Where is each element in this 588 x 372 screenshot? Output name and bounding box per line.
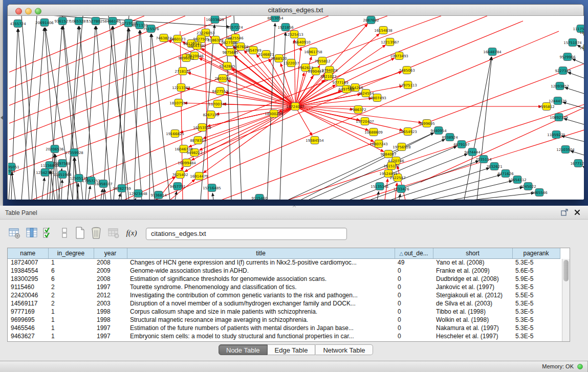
table-cell[interactable]: Disruption of a novel member of a sodium… xyxy=(127,299,395,308)
table-cell[interactable]: Nakamura et al. (1997) xyxy=(433,324,512,332)
table-cell[interactable]: Genome-wide association studies in ADHD. xyxy=(127,267,395,275)
vertical-scrollbar[interactable] xyxy=(562,259,570,341)
table-cell[interactable]: 0 xyxy=(395,324,433,332)
column-header-short[interactable]: short xyxy=(433,248,512,258)
table-cell[interactable]: Estimation of the future numbers of pati… xyxy=(127,324,395,332)
column-header-pagerank[interactable]: pagerank xyxy=(512,248,560,258)
column-header-year[interactable]: year xyxy=(94,248,127,258)
table-cell[interactable]: Tibbo et al. (1998) xyxy=(433,308,512,316)
table-cell[interactable]: Jankovic et al. (1997) xyxy=(433,283,512,291)
select-columns-button[interactable] xyxy=(25,226,39,240)
table-cell[interactable]: Hescheler et al. (1997) xyxy=(433,332,512,340)
table-cell[interactable]: 5.3E-5 xyxy=(512,299,560,308)
network-canvas[interactable]: 1872400718300295193845547463822886012389… xyxy=(8,16,584,200)
table-cell[interactable]: 5.3E-5 xyxy=(512,283,560,291)
table-cell[interactable]: 1997 xyxy=(94,324,127,332)
new-column-button[interactable] xyxy=(73,226,87,240)
table-cell[interactable]: 5.6E-5 xyxy=(512,267,560,275)
table-cell[interactable]: 9115460 xyxy=(8,283,48,291)
table-cell[interactable]: 0 xyxy=(395,275,433,283)
table-row[interactable]: 1830029562008Estimation of significance … xyxy=(8,275,560,283)
table-cell[interactable]: 6 xyxy=(48,267,94,275)
delete-table-button[interactable] xyxy=(106,226,121,240)
table-cell[interactable]: 14569117 xyxy=(8,299,48,308)
function-builder-button[interactable]: f(x) xyxy=(124,226,139,240)
table-cell[interactable]: 2008 xyxy=(94,275,127,283)
table-cell[interactable]: 9465546 xyxy=(8,324,48,332)
table-cell[interactable]: Stergiakouli et al. (2012) xyxy=(433,291,512,299)
table-cell[interactable]: 5.9E-5 xyxy=(512,275,560,283)
table-cell[interactable]: 2008 xyxy=(94,258,127,267)
table-cell[interactable]: Yano et al. (2008) xyxy=(433,258,512,267)
table-row[interactable]: 969969511998Structural magnetic resonanc… xyxy=(8,316,560,324)
table-cell[interactable]: 0 xyxy=(395,267,433,275)
table-cell[interactable]: Franke et al. (2009) xyxy=(433,267,512,275)
table-cell[interactable]: 5.3E-5 xyxy=(512,324,560,332)
table-cell[interactable]: 1998 xyxy=(94,316,127,324)
delete-column-button[interactable] xyxy=(89,226,103,240)
column-header-title[interactable]: title xyxy=(127,248,395,258)
table-cell[interactable]: 22420046 xyxy=(8,291,48,299)
table-cell[interactable]: Embryonic stem cells: a model to study s… xyxy=(127,332,395,340)
table-row[interactable]: 946362711997Embryonic stem cells: a mode… xyxy=(8,332,560,340)
tab-edge-table[interactable]: Edge Table xyxy=(268,344,316,355)
table-cell[interactable]: 5.3E-5 xyxy=(512,316,560,324)
table-cell[interactable]: 5.3E-5 xyxy=(512,258,560,267)
table-cell[interactable]: 0 xyxy=(395,332,433,340)
window-titlebar[interactable]: citations_edges.txt xyxy=(8,5,583,16)
table-cell[interactable]: Estimation of significance thresholds fo… xyxy=(127,275,395,283)
close-panel-icon[interactable] xyxy=(574,209,581,216)
table-cell[interactable]: 18724007 xyxy=(8,258,48,267)
table-row[interactable]: 911546021997Tourette syndrome. Phenomeno… xyxy=(8,283,560,291)
table-cell[interactable]: 2009 xyxy=(94,267,127,275)
tab-node-table[interactable]: Node Table xyxy=(219,344,268,355)
table-cell[interactable]: 9699695 xyxy=(8,316,48,324)
table-cell[interactable]: 1 xyxy=(48,258,94,267)
table-cell[interactable]: 1 xyxy=(48,316,94,324)
node-attribute-table[interactable]: name in_degree year title △out_de... sho… xyxy=(7,248,570,342)
table-cell[interactable]: Wolkin et al. (1998) xyxy=(433,316,512,324)
table-cell[interactable]: 49 xyxy=(395,258,433,267)
table-settings-button[interactable] xyxy=(7,226,21,240)
table-cell[interactable]: 1997 xyxy=(94,332,127,340)
table-cell[interactable]: Changes of HCN gene expression and I(f) … xyxy=(127,258,395,267)
select-all-rows-button[interactable] xyxy=(41,226,55,240)
table-cell[interactable]: Structural magnetic resonance image aver… xyxy=(127,316,395,324)
table-cell[interactable]: Tourette syndrome. Phenomenology and cla… xyxy=(127,283,395,291)
scrollbar-thumb[interactable] xyxy=(563,260,569,281)
table-row[interactable]: 946554611997Estimation of the future num… xyxy=(8,324,560,332)
table-cell[interactable]: 6 xyxy=(48,275,94,283)
table-cell[interactable]: 19384554 xyxy=(8,267,48,275)
left-splitter-strip[interactable] xyxy=(0,0,3,206)
table-row[interactable]: 977716911998Corpus callosum shape and si… xyxy=(8,308,560,316)
table-cell[interactable]: 1 xyxy=(48,308,94,316)
splitter-collapse-icon[interactable] xyxy=(1,116,3,120)
float-panel-icon[interactable] xyxy=(561,209,569,216)
table-cell[interactable]: Corpus callosum shape and size in male p… xyxy=(127,308,395,316)
table-cell[interactable]: 1 xyxy=(48,324,94,332)
table-cell[interactable]: 0 xyxy=(395,283,433,291)
table-cell[interactable]: 2012 xyxy=(94,291,127,299)
table-cell[interactable]: 2 xyxy=(48,283,94,291)
table-cell[interactable]: 5.3E-5 xyxy=(512,308,560,316)
table-cell[interactable]: 1 xyxy=(48,332,94,340)
table-cell[interactable]: 1997 xyxy=(94,283,127,291)
table-cell[interactable]: 2003 xyxy=(94,299,127,308)
unselect-rows-button[interactable] xyxy=(57,226,72,240)
table-row[interactable]: 2242004622012Investigating the contribut… xyxy=(8,291,560,299)
network-view-window[interactable]: citations_edges.txt 18724007183002951938… xyxy=(7,4,584,200)
table-selector-combobox[interactable]: citations_edges.txt xyxy=(146,228,347,240)
column-header-in-degree[interactable]: in_degree xyxy=(48,248,94,258)
table-row[interactable]: 1872400712008Changes of HCN gene express… xyxy=(8,258,560,267)
table-cell[interactable]: 0 xyxy=(395,299,433,308)
table-cell[interactable]: Dudbridge et al. (2008) xyxy=(433,275,512,283)
table-cell[interactable]: 2 xyxy=(48,299,94,308)
table-cell[interactable]: 9463627 xyxy=(8,332,48,340)
table-row[interactable]: 1456911722003Disruption of a novel membe… xyxy=(8,299,560,308)
tab-network-table[interactable]: Network Table xyxy=(315,344,373,355)
column-header-out-degree[interactable]: △out_de... xyxy=(395,248,433,258)
table-panel-header[interactable]: Table Panel xyxy=(0,206,588,220)
column-header-name[interactable]: name xyxy=(8,248,48,258)
table-cell[interactable]: 2 xyxy=(48,291,94,299)
memory-ok-indicator[interactable] xyxy=(577,364,583,369)
